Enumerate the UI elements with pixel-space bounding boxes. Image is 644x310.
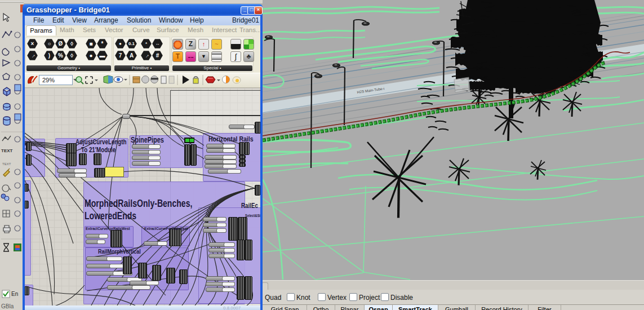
svg-text:TEXT: TEXT bbox=[2, 162, 11, 166]
svg-text:TEXT: TEXT bbox=[1, 148, 13, 153]
svg-text:En: En bbox=[11, 291, 18, 297]
svg-text:GBla: GBla bbox=[1, 303, 14, 309]
